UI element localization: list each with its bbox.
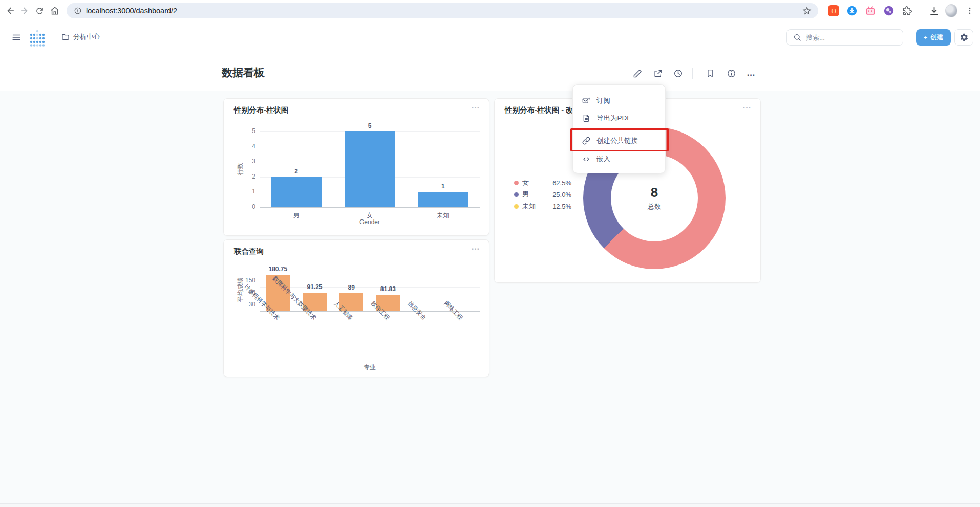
forward-icon[interactable] (18, 5, 30, 16)
bar-未知[interactable] (418, 192, 468, 207)
donut-total-value: 8 (651, 185, 658, 201)
bar-value-label: 180.75 (268, 266, 287, 273)
extension-icon-orange[interactable]: { } (827, 5, 840, 17)
joint-query-bar-chart: 3090150180.75计算机科学与技术91.25数据科学与大数据技术89人工… (224, 240, 489, 377)
menu-divider (573, 129, 665, 129)
profile-avatar[interactable] (945, 5, 957, 17)
breadcrumb-label: 分析中心 (73, 32, 100, 41)
search-icon (793, 33, 801, 41)
browser-menu-kebab-icon[interactable] (964, 5, 976, 17)
donut-legend: 女62.5%男25.0%未知12.5% (514, 178, 571, 211)
bar-value-label: 1 (441, 183, 445, 190)
reload-icon[interactable] (34, 5, 45, 16)
bar-value-label: 89 (348, 284, 354, 291)
gridline (260, 269, 480, 269)
time-history-icon[interactable] (672, 68, 684, 79)
site-info-icon[interactable] (74, 7, 82, 15)
toolbar-separator (920, 6, 920, 16)
legend-label: 女 (522, 178, 529, 187)
legend-item[interactable]: 未知12.5% (514, 202, 571, 211)
legend-percent: 62.5% (552, 179, 571, 187)
x-tick-label: 男 (266, 211, 327, 220)
card-title: 性别分布-柱状图 - 改变 (505, 105, 581, 115)
x-axis-title: 专业 (318, 363, 421, 372)
menu-item-label: 导出为PDF (596, 114, 631, 123)
gear-icon (960, 33, 969, 42)
more-ellipsis-icon[interactable]: … (745, 68, 757, 79)
home-icon[interactable] (49, 5, 60, 16)
card-joint-query-chart: 联合查询 … 3090150180.75计算机科学与技术91.25数据科学与大数… (223, 239, 489, 377)
menu-item-label: 订阅 (596, 96, 610, 105)
bar-女[interactable] (345, 131, 395, 207)
page-title: 数据看板 (222, 65, 265, 80)
legend-label: 未知 (522, 202, 536, 211)
public-link-icon (582, 137, 590, 145)
metabase-logo[interactable] (29, 29, 46, 47)
actions-divider (692, 68, 693, 79)
menu-item-create-public-link[interactable]: 创建公共链接 (573, 132, 665, 149)
collection-folder-icon (61, 33, 70, 41)
url-text[interactable]: localhost:3000/dashboard/2 (86, 7, 177, 15)
breadcrumb[interactable]: 分析中心 (61, 32, 100, 41)
dashboard-title-bar: 数据看板 … (0, 53, 980, 91)
extension-icon-purple[interactable] (883, 5, 895, 17)
extension-icon-downloader[interactable] (846, 5, 858, 17)
legend-item[interactable]: 男25.0% (514, 190, 571, 199)
info-icon[interactable] (726, 68, 737, 79)
legend-swatch (514, 204, 519, 209)
legend-label: 男 (522, 190, 529, 199)
address-bar[interactable]: localhost:3000/dashboard/2 (67, 3, 818, 18)
downloads-icon[interactable] (928, 5, 940, 17)
bar-value-label: 5 (368, 122, 372, 129)
search-input[interactable] (806, 34, 888, 41)
card-menu-ellipsis[interactable]: … (742, 101, 752, 111)
gridline (260, 281, 480, 281)
subscription-mail-icon (582, 97, 590, 105)
gridline (260, 275, 480, 275)
x-axis-line (260, 207, 480, 208)
y-axis-title: 平均成绩 (236, 264, 245, 315)
menu-item-label: 嵌入 (596, 155, 610, 164)
settings-gear-button[interactable] (954, 29, 973, 46)
share-menu-popover: 订阅 导出为PDF 创建公共链接 嵌入 (572, 84, 666, 173)
legend-percent: 25.0% (552, 191, 571, 199)
extensions-puzzle-icon[interactable] (901, 5, 913, 17)
bookmark-star-icon[interactable] (802, 6, 812, 16)
create-button-label: 创建 (930, 33, 943, 42)
donut-total-label: 总数 (648, 202, 661, 211)
back-icon[interactable] (5, 5, 16, 16)
bar-男[interactable] (271, 177, 322, 207)
legend-item[interactable]: 女62.5% (514, 178, 571, 187)
legend-swatch (514, 181, 519, 185)
browser-toolbar: localhost:3000/dashboard/2 { } (0, 0, 980, 21)
card-gender-bar-chart: 性别分布-柱状图 … 0123452男5女1未知Gender行数 (223, 98, 489, 236)
bar-value-label: 91.25 (307, 283, 322, 291)
x-tick-label: 未知 (412, 211, 474, 220)
y-axis-title: 行数 (236, 144, 245, 195)
bookmark-icon[interactable] (705, 68, 716, 79)
y-tick-label: 5 (236, 127, 255, 135)
x-axis-title: Gender (318, 218, 421, 226)
gender-bar-chart: 0123452男5女1未知Gender行数 (224, 99, 489, 235)
x-axis-line (260, 311, 480, 312)
horizontal-scrollbar[interactable] (0, 503, 980, 507)
embed-code-icon (582, 155, 590, 163)
legend-percent: 12.5% (552, 203, 571, 210)
sharing-export-icon[interactable] (652, 68, 664, 79)
bar-value-label: 81.83 (380, 285, 396, 293)
extension-icon-bilibili[interactable] (864, 5, 877, 17)
export-pdf-icon (582, 114, 590, 122)
plus-icon: + (924, 34, 928, 41)
bar-value-label: 2 (294, 168, 298, 175)
app-header: 分析中心 + 创建 (0, 21, 980, 53)
legend-swatch (514, 192, 519, 197)
dashboard-canvas: 性别分布-柱状图 … 0123452男5女1未知Gender行数 性别分布-柱状… (0, 91, 980, 503)
menu-item-embed[interactable]: 嵌入 (573, 150, 665, 168)
sidebar-toggle-icon[interactable] (11, 33, 22, 42)
create-button[interactable]: + 创建 (916, 29, 951, 46)
menu-item-subscribe[interactable]: 订阅 (573, 92, 665, 109)
menu-item-export-pdf[interactable]: 导出为PDF (573, 109, 665, 127)
edit-pencil-icon[interactable] (632, 68, 643, 79)
menu-item-label: 创建公共链接 (596, 136, 638, 145)
search-box[interactable] (786, 29, 903, 46)
